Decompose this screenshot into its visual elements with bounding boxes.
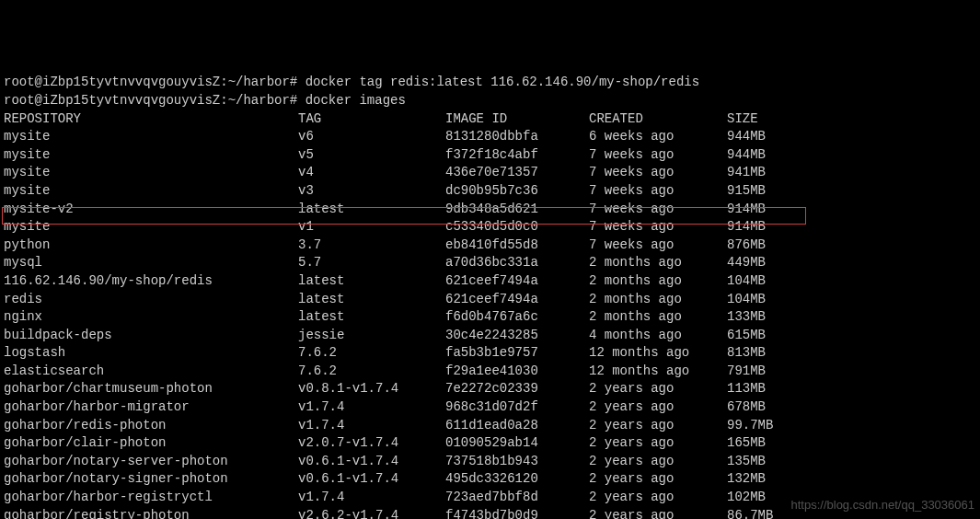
cell-imageid: 30c4e2243285 — [445, 327, 589, 345]
cell-created: 7 weeks ago — [589, 236, 727, 255]
cell-tag: v1.7.4 — [298, 398, 445, 417]
cell-repository: goharbor/chartmuseum-photon — [4, 380, 298, 398]
header-imageid: IMAGE ID — [445, 110, 589, 129]
cell-size: 133MB — [727, 308, 766, 327]
cell-repository: logstash — [4, 344, 298, 363]
cell-tag: v0.8.1-v1.7.4 — [298, 380, 445, 398]
table-row: goharbor/redis-photonv1.7.4611d1ead0a282… — [4, 417, 976, 435]
cell-tag: v0.6.1-v1.7.4 — [298, 470, 445, 489]
table-row: mysitev3dc90b95b7c367 weeks ago915MB — [4, 182, 976, 201]
cell-size: 914MB — [727, 218, 766, 236]
cell-repository: mysite — [4, 218, 298, 236]
command-line-1: root@iZbp15tyvtnvvqvgouyvisZ:~/harbor# d… — [4, 74, 976, 92]
cell-tag: v5 — [298, 146, 445, 165]
cell-created: 2 years ago — [589, 398, 727, 417]
cell-imageid: f6d0b4767a6c — [445, 308, 589, 327]
cell-size: 104MB — [727, 291, 766, 309]
table-row: goharbor/notary-server-photonv0.6.1-v1.7… — [4, 453, 976, 471]
cell-created: 2 years ago — [589, 489, 727, 507]
cell-repository: mysite-v2 — [4, 201, 298, 219]
cell-size: 615MB — [727, 327, 766, 345]
cell-repository: goharbor/notary-signer-photon — [4, 470, 298, 489]
cell-repository: nginx — [4, 308, 298, 327]
cell-tag: latest — [298, 272, 445, 291]
cell-created: 7 weeks ago — [589, 182, 727, 201]
cell-repository: mysql — [4, 254, 298, 272]
cell-imageid: 723aed7bbf8d — [445, 489, 589, 507]
terminal-output[interactable]: root@iZbp15tyvtnvvqvgouyvisZ:~/harbor# d… — [4, 74, 976, 519]
cell-size: 113MB — [727, 380, 766, 398]
shell-command: docker tag redis:latest 116.62.146.90/my… — [306, 75, 699, 89]
cell-size: 876MB — [727, 236, 766, 255]
shell-prompt: root@iZbp15tyvtnvvqvgouyvisZ:~/harbor# — [4, 93, 306, 108]
cell-imageid: 9db348a5d621 — [445, 201, 589, 219]
table-row: mysite-v2latest9db348a5d6217 weeks ago91… — [4, 201, 976, 219]
cell-repository: goharbor/harbor-registryctl — [4, 489, 298, 507]
cell-imageid: f29a1ee41030 — [445, 363, 589, 381]
header-size: SIZE — [727, 110, 758, 129]
cell-size: 914MB — [727, 201, 766, 219]
cell-size: 791MB — [727, 363, 766, 381]
cell-repository: redis — [4, 291, 298, 309]
cell-repository: goharbor/clair-photon — [4, 434, 298, 453]
cell-repository: mysite — [4, 164, 298, 182]
table-row: redislatest621ceef7494a2 months ago104MB — [4, 291, 976, 309]
cell-tag: latest — [298, 291, 445, 309]
cell-created: 12 months ago — [589, 363, 727, 381]
cell-imageid: 436e70e71357 — [445, 164, 589, 182]
cell-imageid: 495dc3326120 — [445, 470, 589, 489]
cell-imageid: dc90b95b7c36 — [445, 182, 589, 201]
cell-size: 135MB — [727, 453, 766, 471]
cell-created: 2 months ago — [589, 291, 727, 309]
cell-imageid: 611d1ead0a28 — [445, 417, 589, 435]
cell-size: 915MB — [727, 182, 766, 201]
cell-size: 449MB — [727, 254, 766, 272]
table-row: goharbor/chartmuseum-photonv0.8.1-v1.7.4… — [4, 380, 976, 398]
cell-tag: v1.7.4 — [298, 417, 445, 435]
cell-tag: v4 — [298, 164, 445, 182]
cell-repository: elasticsearch — [4, 363, 298, 381]
cell-imageid: 737518b1b943 — [445, 453, 589, 471]
cell-tag: jessie — [298, 327, 445, 345]
cell-size: 99.7MB — [727, 417, 773, 435]
cell-created: 7 weeks ago — [589, 201, 727, 219]
cell-created: 2 years ago — [589, 507, 727, 519]
cell-size: 132MB — [727, 470, 766, 489]
table-row: python3.7eb8410fd55d87 weeks ago876MB — [4, 236, 976, 255]
cell-imageid: 621ceef7494a — [445, 291, 589, 309]
cell-imageid: 7e2272c02339 — [445, 380, 589, 398]
table-row: elasticsearch7.6.2f29a1ee4103012 months … — [4, 363, 976, 381]
cell-created: 2 months ago — [589, 308, 727, 327]
cell-size: 944MB — [727, 146, 766, 165]
table-row: mysitev1c53340d5d0c07 weeks ago914MB — [4, 218, 976, 236]
cell-tag: latest — [298, 201, 445, 219]
cell-tag: v6 — [298, 128, 445, 146]
cell-size: 941MB — [727, 164, 766, 182]
cell-repository: python — [4, 236, 298, 255]
table-row: mysitev4436e70e713577 weeks ago941MB — [4, 164, 976, 182]
cell-tag: 3.7 — [298, 236, 445, 255]
table-row: mysitev68131280dbbfa6 weeks ago944MB — [4, 128, 976, 146]
cell-tag: v2.0.7-v1.7.4 — [298, 434, 445, 453]
cell-size: 813MB — [727, 344, 766, 363]
cell-tag: v2.6.2-v1.7.4 — [298, 507, 445, 519]
cell-size: 944MB — [727, 128, 766, 146]
table-row: goharbor/notary-signer-photonv0.6.1-v1.7… — [4, 470, 976, 489]
cell-repository: goharbor/registry-photon — [4, 507, 298, 519]
table-row: buildpack-depsjessie30c4e22432854 months… — [4, 327, 976, 345]
header-tag: TAG — [298, 110, 445, 129]
table-row: mysql5.7a70d36bc331a2 months ago449MB — [4, 254, 976, 272]
cell-imageid: f372f18c4abf — [445, 146, 589, 165]
table-row: logstash7.6.2fa5b3b1e975712 months ago81… — [4, 344, 976, 363]
cell-created: 4 months ago — [589, 327, 727, 345]
cell-repository: mysite — [4, 182, 298, 201]
cell-repository: 116.62.146.90/my-shop/redis — [4, 272, 298, 291]
cell-tag: 5.7 — [298, 254, 445, 272]
cell-created: 2 years ago — [589, 434, 727, 453]
cell-created: 2 years ago — [589, 470, 727, 489]
cell-imageid: 968c31d07d2f — [445, 398, 589, 417]
table-row: goharbor/clair-photonv2.0.7-v1.7.4010905… — [4, 434, 976, 453]
watermark-text: https://blog.csdn.net/qq_33036061 — [791, 497, 975, 513]
cell-imageid: 621ceef7494a — [445, 272, 589, 291]
command-line-2: root@iZbp15tyvtnvvqvgouyvisZ:~/harbor# d… — [4, 92, 976, 110]
